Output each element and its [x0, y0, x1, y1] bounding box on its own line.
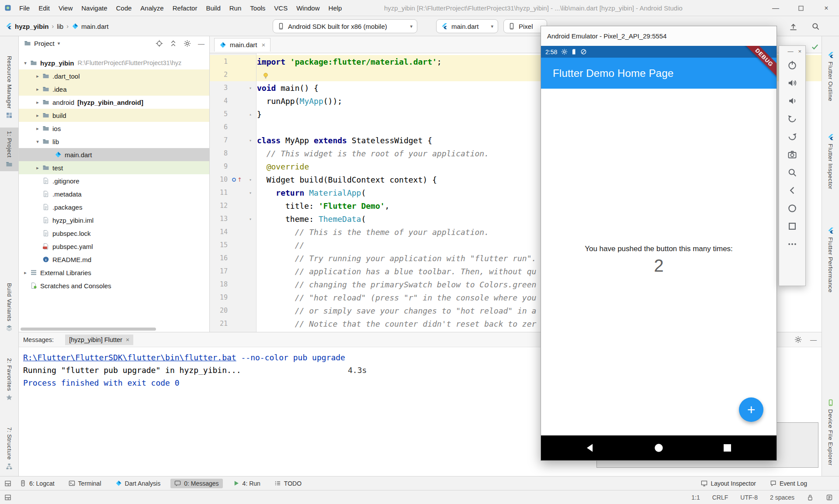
tree-item-pubspec-lock[interactable]: pubspec.lock — [19, 227, 209, 240]
tool-window-switcher-icon[interactable] — [4, 480, 11, 487]
tool-window-button-0-messages[interactable]: 0: Messages — [170, 479, 222, 488]
close-tab-icon[interactable]: × — [126, 336, 129, 343]
messages-flutter-tab[interactable]: [hyzp_yibin] Flutter × — [65, 335, 133, 345]
breadcrumb-hyzp-yibin[interactable]: hyzp_yibin — [5, 23, 49, 30]
status-widget-1-1[interactable]: 1:1 — [691, 494, 700, 501]
tree-item-metadata[interactable]: .metadata — [19, 187, 209, 200]
home-icon[interactable] — [787, 204, 797, 213]
notifications-icon[interactable] — [826, 494, 833, 501]
tool-button-resource-manager[interactable]: Resource Manager — [0, 52, 18, 122]
device-selector[interactable]: Android SDK built for x86 (mobile) ▾ — [273, 19, 417, 33]
tree-item-dart-tool[interactable]: ▸.dart_tool — [19, 69, 209, 83]
tree-item-packages[interactable]: .packages — [19, 200, 209, 214]
console-link[interactable]: R:\Flutter\FlutterSDK\flutter\bin\flutte… — [23, 353, 236, 362]
nav-overview-icon[interactable] — [722, 442, 733, 453]
gear-icon[interactable] — [794, 336, 802, 343]
horizontal-scrollbar[interactable] — [21, 328, 195, 331]
menu-build[interactable]: Build — [201, 3, 225, 14]
collapse-all-icon[interactable] — [170, 40, 177, 47]
project-panel-title[interactable]: Project — [34, 40, 55, 47]
tool-window-button-todo[interactable]: TODO — [270, 479, 305, 488]
override-marker-icon[interactable] — [232, 178, 236, 182]
tool-window-button-terminal[interactable]: Terminal — [65, 479, 105, 488]
tree-item-idea[interactable]: ▸.idea — [19, 83, 209, 96]
minimize-button[interactable]: — — [787, 48, 793, 55]
tree-item-pubspec-yaml[interactable]: pubspec.yaml — [19, 240, 209, 253]
hide-panel-button[interactable]: — — [198, 40, 205, 47]
editor-tab-main-dart[interactable]: main.dart × — [214, 38, 270, 52]
hide-panel-button[interactable]: — — [810, 336, 817, 343]
tree-item-ios[interactable]: ▸ios — [19, 122, 209, 135]
power-icon[interactable] — [787, 60, 797, 70]
tree-item-hyzp-yibin-iml[interactable]: hyzp_yibin.iml — [19, 214, 209, 227]
close-button[interactable]: × — [798, 48, 801, 55]
camera-icon[interactable] — [787, 150, 797, 159]
tree-item-build[interactable]: ▸build — [19, 109, 209, 122]
tree-item-main-dart[interactable]: main.dart — [19, 148, 209, 161]
menu-edit[interactable]: Edit — [34, 3, 54, 14]
tool-button-flutter-inspector[interactable]: Flutter Inspector — [822, 130, 839, 193]
more-icon[interactable] — [787, 239, 797, 249]
menu-window[interactable]: Window — [292, 3, 324, 14]
menu-run[interactable]: Run — [225, 3, 246, 14]
rotate-right-icon[interactable] — [787, 132, 797, 142]
tree-item-lib[interactable]: ▾lib — [19, 135, 209, 148]
maximize-button[interactable] — [788, 0, 814, 16]
fold-marker[interactable]: ▾ — [245, 217, 256, 221]
vcs-update-icon[interactable] — [789, 22, 797, 31]
menu-navigate[interactable]: Navigate — [77, 3, 111, 14]
fold-marker[interactable]: ▾ — [245, 177, 256, 182]
rotate-left-icon[interactable] — [787, 114, 797, 124]
menu-help[interactable]: Help — [324, 3, 347, 14]
menu-file[interactable]: File — [15, 3, 34, 14]
tree-item-readme-md[interactable]: README.md — [19, 253, 209, 266]
tree-item-gitignore[interactable]: .gitignore — [19, 174, 209, 187]
nav-home-icon[interactable] — [653, 442, 664, 453]
overview-icon[interactable] — [787, 221, 797, 231]
tool-button-build-variants[interactable]: Build Variants — [0, 280, 18, 335]
breadcrumb-main-dart[interactable]: main.dart — [72, 23, 109, 30]
tree-item-android[interactable]: ▸android[hyzp_yibin_android] — [19, 96, 209, 109]
locate-icon[interactable] — [156, 40, 163, 47]
menu-refactor[interactable]: Refactor — [168, 3, 202, 14]
fold-marker[interactable]: ▾ — [245, 138, 256, 143]
minimize-button[interactable]: — — [763, 0, 788, 16]
tool-button-device-file-explorer[interactable]: Device File Explorer — [822, 396, 839, 469]
back-icon[interactable] — [787, 186, 797, 195]
tool-window-button-6-logcat[interactable]: 6: Logcat — [16, 479, 59, 488]
status-widget-crlf[interactable]: CRLF — [712, 494, 728, 501]
tool-button-flutter-outline[interactable]: Flutter Outline — [822, 48, 839, 105]
fold-marker[interactable]: ▾ — [245, 86, 256, 90]
status-widget-2-spaces[interactable]: 2 spaces — [770, 494, 794, 501]
menu-view[interactable]: View — [54, 3, 77, 14]
tree-item-test[interactable]: ▸test — [19, 161, 209, 174]
inspections-status-icon[interactable] — [811, 43, 819, 51]
fold-marker[interactable]: ▴ — [245, 112, 256, 117]
menu-code[interactable]: Code — [111, 3, 136, 14]
tool-window-button-event-log[interactable]: Event Log — [766, 479, 811, 488]
lock-icon[interactable] — [807, 494, 814, 501]
tool-button-flutter-performance[interactable]: Flutter Performance — [822, 224, 839, 296]
nav-back-icon[interactable] — [585, 442, 596, 453]
tool-window-button-dart-analysis[interactable]: Dart Analysis — [111, 479, 165, 488]
volume-up-icon[interactable] — [787, 78, 797, 88]
volume-down-icon[interactable] — [787, 96, 797, 106]
tool-window-button-4-run[interactable]: 4: Run — [229, 479, 264, 488]
window-layout-icon[interactable] — [4, 494, 11, 501]
emulator-screen[interactable]: 2:58 Flutter Demo Home Page DEBUG You ha… — [541, 46, 777, 460]
fab-increment-button[interactable]: + — [739, 397, 763, 422]
tool-button-1-project[interactable]: 1: Project — [0, 128, 18, 171]
gear-icon[interactable] — [184, 40, 191, 47]
menu-tools[interactable]: Tools — [246, 3, 270, 14]
tool-button-7-structure[interactable]: 7: Structure — [0, 424, 18, 473]
breadcrumb-lib[interactable]: lib — [57, 23, 63, 30]
menu-vcs[interactable]: VCS — [270, 3, 292, 14]
tool-button-2-favorites[interactable]: 2: Favorites — [0, 355, 18, 404]
scrollbar-thumb[interactable] — [21, 328, 156, 331]
search-everywhere-icon[interactable] — [811, 22, 820, 31]
zoom-icon[interactable] — [787, 168, 797, 177]
status-widget-utf-8[interactable]: UTF-8 — [740, 494, 758, 501]
menu-analyze[interactable]: Analyze — [136, 3, 168, 14]
tree-item-external-libraries[interactable]: ▸External Libraries — [19, 266, 209, 279]
run-config-selector[interactable]: main.dart ▾ — [436, 19, 498, 33]
